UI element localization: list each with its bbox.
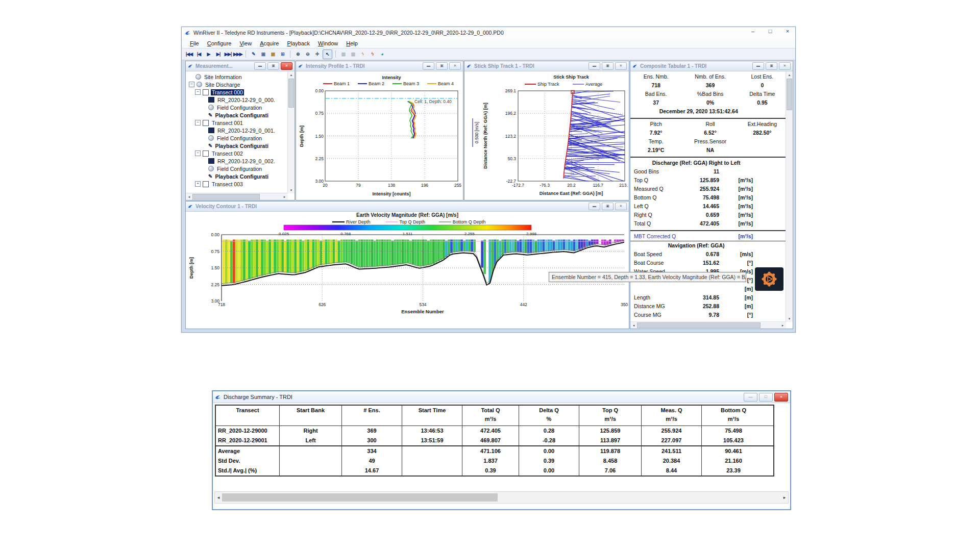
menu-file[interactable]: File — [186, 40, 203, 46]
scroll-up-icon[interactable]: ▴ — [288, 71, 295, 78]
subsection-tool-icon[interactable]: ✎ — [249, 50, 258, 59]
composite-vertical-scrollbar[interactable]: ▴ ▾ — [786, 71, 793, 322]
scroll-down-icon[interactable]: ▾ — [786, 315, 793, 322]
menu-configure[interactable]: Configure — [203, 40, 236, 46]
tree-item[interactable]: −Transect 002 — [186, 149, 288, 157]
cascade-windows-icon[interactable]: ▣ — [259, 50, 267, 59]
menu-window[interactable]: Window — [314, 40, 342, 46]
tree-item[interactable]: −Transect 001 — [186, 119, 288, 127]
realtime-globe-icon[interactable]: ◕ — [378, 50, 386, 59]
panel-minimize-button[interactable]: ▬ — [589, 62, 600, 70]
table-row[interactable]: RR_2020-12-29000Right36913:46:53472.4050… — [216, 426, 773, 436]
stick-ship-track-chart[interactable]: Stick Ship TrackShip TrackAverage269.119… — [464, 71, 628, 199]
transect-checkbox[interactable] — [203, 120, 209, 126]
profile-config-icon[interactable]: ▥ — [339, 50, 348, 59]
tree-item[interactable]: Field Configuration — [186, 134, 288, 142]
menu-acquire[interactable]: Acquire — [256, 40, 283, 46]
tree-item[interactable]: ✎Playback Configurati — [186, 172, 288, 180]
goto-first-ensemble-button[interactable]: |◀◀ — [185, 50, 193, 59]
menu-view[interactable]: View — [235, 40, 256, 46]
tree-item[interactable]: RR_2020-12-29_0_001. — [186, 127, 288, 134]
velocity-contour-chart[interactable]: Earth Velocity Magnitude (Ref: GGA) [m/s… — [186, 212, 628, 328]
next-ensemble-button[interactable]: ▶| — [214, 50, 223, 59]
tree-item[interactable]: +Transect 003 — [186, 180, 288, 188]
chart-wizard-icon[interactable]: ▦ — [268, 50, 277, 59]
panel-restore-button[interactable]: ▣ — [436, 62, 448, 70]
tree-item[interactable]: RR_2020-12-29_0_002. — [186, 157, 288, 165]
reprocess-transect-icon[interactable]: ϟ — [358, 50, 367, 59]
panel-restore-button[interactable]: ▣ — [602, 62, 614, 70]
panel-minimize-button[interactable]: ▬ — [423, 62, 434, 70]
close-button[interactable]: × — [774, 393, 788, 402]
contour-config-icon[interactable]: ▥ — [349, 50, 357, 59]
menu-playback[interactable]: Playback — [283, 40, 314, 46]
scrollbar-thumb[interactable] — [637, 322, 761, 328]
tree-item[interactable]: ✎Playback Configurati — [186, 142, 288, 149]
table-row[interactable]: Average334471.1060.00119.878241.51190.46… — [216, 445, 773, 456]
panel-minimize-button[interactable]: ▬ — [589, 203, 600, 210]
scroll-left-icon[interactable]: ◂ — [215, 494, 222, 501]
goto-last-ensemble-button[interactable]: ▶▶| — [224, 50, 232, 59]
tree-item[interactable]: Field Configuration — [186, 165, 288, 172]
tree-item[interactable]: Site Information — [186, 73, 288, 81]
recorder-overlay-icon[interactable] — [755, 267, 783, 291]
scroll-left-icon[interactable]: ◂ — [186, 193, 192, 200]
scrollbar-thumb[interactable] — [288, 79, 294, 108]
panel-close-button[interactable]: ✕ — [615, 62, 627, 70]
collapse-icon[interactable]: − — [189, 82, 194, 87]
panel-minimize-button[interactable]: ▬ — [752, 62, 764, 70]
table-row[interactable]: Std Dev.491.8370.398.45820.38421.160 — [216, 456, 773, 466]
panel-restore-button[interactable]: ▣ — [602, 203, 614, 210]
table-row[interactable]: RR_2020-12-29001Left30013:51:59469.807-0… — [216, 436, 773, 445]
panel-restore-button[interactable]: ▣ — [267, 62, 279, 70]
select-cursor-icon[interactable]: ↖ — [323, 49, 332, 59]
composite-horizontal-scrollbar[interactable]: ◂ ▸ — [630, 321, 786, 329]
transect-checkbox[interactable] — [203, 151, 209, 157]
tree-horizontal-scrollbar[interactable]: ◂ ▸ — [186, 193, 288, 200]
scrollbar-thumb[interactable] — [192, 194, 260, 199]
play-button[interactable]: ▶ — [204, 50, 213, 59]
table-row[interactable]: Std./| Avg.| (%)14.670.390.007.068.4423.… — [216, 466, 773, 475]
expand-icon[interactable]: + — [195, 181, 201, 187]
fast-forward-button[interactable]: ▶▶▶ — [233, 50, 242, 59]
tree-item[interactable]: −Transect 000 — [186, 88, 288, 96]
discharge-horizontal-scrollbar[interactable]: ◂ ▸ — [214, 491, 789, 504]
collapse-icon[interactable]: − — [195, 151, 201, 156]
close-button[interactable]: × — [783, 28, 792, 34]
scrollbar-thumb[interactable] — [787, 79, 792, 110]
quick-reprocess-icon[interactable]: ϟ — [368, 50, 377, 59]
panel-close-button[interactable]: ✕ — [615, 203, 627, 210]
maximize-button[interactable]: □ — [766, 28, 775, 34]
panel-restore-button[interactable]: ▣ — [766, 62, 777, 70]
transect-checkbox[interactable] — [203, 181, 209, 187]
zoom-in-icon[interactable]: ⊕ — [293, 50, 302, 59]
new-tabular-view-icon[interactable]: ⊞ — [278, 50, 287, 59]
scroll-right-icon[interactable]: ▸ — [781, 494, 788, 501]
transect-checkbox[interactable] — [203, 89, 209, 95]
tree-vertical-scrollbar[interactable]: ▴ ▾ — [287, 71, 295, 193]
scroll-right-icon[interactable]: ▸ — [779, 322, 786, 329]
tree-item[interactable]: Field Configuration — [186, 104, 288, 111]
minimize-button[interactable]: – — [748, 28, 757, 34]
panel-close-button[interactable]: ✕ — [281, 62, 292, 70]
tree-item[interactable]: ✎Playback Configurati — [186, 111, 288, 119]
panel-minimize-button[interactable]: ▬ — [254, 62, 266, 70]
scroll-up-icon[interactable]: ▴ — [786, 71, 793, 78]
panel-close-button[interactable]: ✕ — [779, 62, 791, 70]
collapse-icon[interactable]: − — [195, 120, 201, 126]
menu-help[interactable]: Help — [342, 40, 362, 46]
minimize-button[interactable]: — — [744, 393, 757, 402]
scroll-down-icon[interactable]: ▾ — [288, 187, 295, 193]
tree-item[interactable]: −Site Discharge — [186, 81, 288, 88]
previous-ensemble-button[interactable]: |◀ — [194, 50, 203, 59]
intensity-profile-chart[interactable]: IntensityBeam 1Beam 2Beam 3Beam 40.000.7… — [296, 71, 462, 199]
maximize-button[interactable]: □ — [759, 393, 773, 402]
scroll-left-icon[interactable]: ◂ — [630, 322, 637, 329]
panel-close-button[interactable]: ✕ — [449, 62, 461, 70]
tree-item[interactable]: RR_2020-12-29_0_000. — [186, 96, 288, 104]
zoom-out-icon[interactable]: ⊖ — [303, 50, 312, 59]
collapse-icon[interactable]: − — [195, 89, 201, 95]
scrollbar-thumb[interactable] — [222, 493, 498, 502]
scroll-right-icon[interactable]: ▸ — [281, 193, 288, 200]
pan-hand-icon[interactable]: ✛ — [313, 50, 322, 59]
